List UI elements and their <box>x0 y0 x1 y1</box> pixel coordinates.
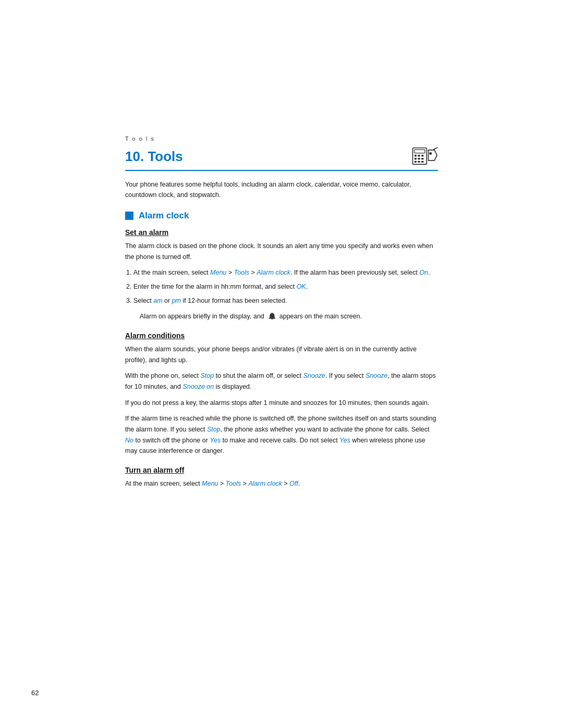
chapter-label: T o o l s <box>125 135 438 142</box>
alarm-conditions-title: Alarm conditions <box>125 331 438 340</box>
svg-rect-10 <box>421 161 423 163</box>
set-an-alarm-intro: The alarm clock is based on the phone cl… <box>125 241 438 262</box>
section-square-icon <box>125 212 133 220</box>
alarm-clock-title: Alarm clock <box>139 211 189 221</box>
stop-link-2: Stop <box>207 426 221 433</box>
svg-point-12 <box>429 152 432 155</box>
tools-link-1: Tools <box>234 269 249 276</box>
content-area: T o o l s 10. Tools <box>94 0 469 489</box>
svg-rect-6 <box>418 158 420 159</box>
alarm-clock-link-2: Alarm clock <box>249 480 283 487</box>
step-3: Select am or pm if 12-hour format has be… <box>133 295 438 306</box>
svg-rect-9 <box>418 161 420 163</box>
alarm-clock-link-1: Alarm clock <box>257 269 291 276</box>
pm-link: pm <box>172 297 181 304</box>
page-number: 62 <box>31 689 39 697</box>
alarm-on-note: Alarm on appears briefly in the display,… <box>140 311 438 322</box>
turn-alarm-off-section: Turn an alarm off At the main screen, se… <box>125 466 438 489</box>
svg-rect-2 <box>414 155 417 156</box>
tools-link-2: Tools <box>226 480 241 487</box>
step-2: Enter the time for the alarm in hh:mm fo… <box>133 281 438 292</box>
turn-alarm-off-para: At the main screen, select Menu > Tools … <box>125 478 438 489</box>
yes-link-1: Yes <box>210 437 221 444</box>
menu-link-2: Menu <box>202 480 218 487</box>
svg-rect-5 <box>414 158 417 159</box>
menu-link-1: Menu <box>210 269 226 276</box>
snooze-on-link: Snooze on <box>182 383 214 390</box>
svg-rect-3 <box>418 155 420 156</box>
off-link: Off <box>289 480 298 487</box>
alarm-conditions-para-3: If you do not press a key, the alarms st… <box>125 398 438 409</box>
chapter-title: 10. Tools <box>125 149 407 165</box>
page-container: T o o l s 10. Tools <box>0 0 563 728</box>
svg-rect-4 <box>421 155 423 156</box>
set-an-alarm-steps: At the main screen, select Menu > Tools … <box>133 267 438 306</box>
alarm-conditions-para-4: If the alarm time is reached while the p… <box>125 413 438 456</box>
ok-link: OK <box>297 283 306 290</box>
chapter-title-row: 10. Tools <box>125 146 438 171</box>
no-link: No <box>125 437 133 444</box>
alarm-clock-section-title: Alarm clock <box>125 211 438 221</box>
chapter-description: Your phone features some helpful tools, … <box>125 179 438 200</box>
svg-marker-11 <box>429 150 437 161</box>
set-an-alarm-title: Set an alarm <box>125 228 438 237</box>
step-1: At the main screen, select Menu > Tools … <box>133 267 438 278</box>
snooze-link-1: Snooze <box>303 372 325 379</box>
alarm-conditions-para-2: With the phone on, select Stop to shut t… <box>125 371 438 392</box>
svg-rect-15 <box>272 319 273 320</box>
set-an-alarm-section: Set an alarm The alarm clock is based on… <box>125 228 438 322</box>
on-link: On <box>419 269 428 276</box>
stop-link-1: Stop <box>201 372 214 379</box>
turn-alarm-off-title: Turn an alarm off <box>125 466 438 474</box>
svg-rect-1 <box>414 150 425 153</box>
yes-link-2: Yes <box>339 437 350 444</box>
svg-rect-8 <box>414 161 417 163</box>
alarm-conditions-section: Alarm conditions When the alarm sounds, … <box>125 331 438 456</box>
am-link: am <box>153 297 162 304</box>
svg-rect-7 <box>421 158 423 159</box>
alarm-bell-icon <box>268 312 276 323</box>
alarm-conditions-para-1: When the alarm sounds, your phone beeps … <box>125 344 438 365</box>
tools-icon <box>412 146 438 167</box>
snooze-link-2: Snooze <box>365 372 387 379</box>
